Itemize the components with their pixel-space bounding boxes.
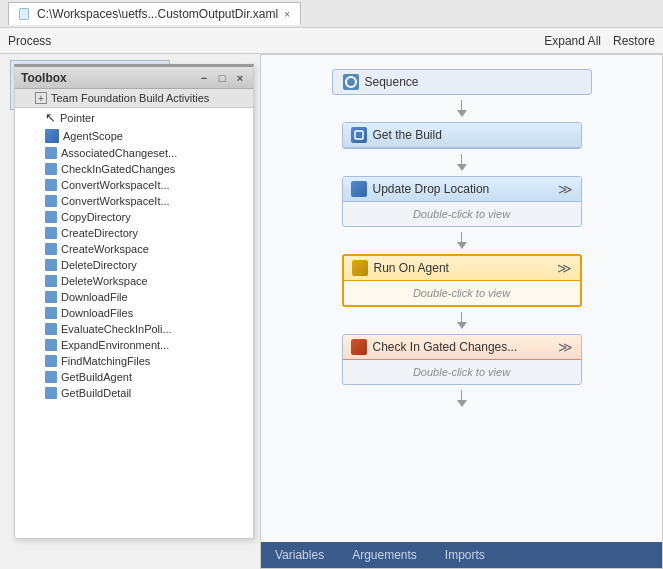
tool-icon [45,371,57,383]
toolbox-item-downloadfiles[interactable]: DownloadFiles [15,305,253,321]
expand-icon[interactable]: ≫ [557,260,572,276]
arrow-line [461,390,462,400]
tool-icon [45,275,57,287]
expand-icon[interactable]: ≫ [558,339,573,355]
tool-icon [45,227,57,239]
tab-arguments[interactable]: Arguements [348,546,421,564]
toolbox-item-label: AgentScope [63,130,123,142]
activity-label: Get the Build [373,128,442,142]
arrow-3 [457,232,467,249]
arrow-head [457,400,467,407]
arrow-2 [457,154,467,171]
activity-body: Double-click to view [343,202,581,226]
tool-icon [45,243,57,255]
tool-icon [45,179,57,191]
toolbox-item-label: CreateWorkspace [61,243,149,255]
toolbox-item-expandenvironment[interactable]: ExpandEnvironment... [15,337,253,353]
arrow-head [457,322,467,329]
toolbox-item-agentscope[interactable]: AgentScope [15,127,253,145]
arrow-line [461,100,462,110]
toolbox-item-convertworkspace1[interactable]: ConvertWorkspaceIt... [15,177,253,193]
activity-body: Double-click to view [344,281,580,305]
tab-close-button[interactable]: × [284,9,290,20]
tab-imports[interactable]: Imports [441,546,489,564]
title-bar: C:\Workspaces\uetfs...CustomOutputDir.xa… [0,0,663,28]
toolbox-item-checkingatedchanges[interactable]: CheckInGatedChanges [15,161,253,177]
toolbox-section-header[interactable]: + Team Foundation Build Activities [15,89,253,108]
activity-icon [352,260,368,276]
toolbox-item-label: GetBuildAgent [61,371,132,383]
expand-icon[interactable]: ≫ [558,181,573,197]
doc-icon [19,8,29,20]
tool-icon [45,163,57,175]
toolbox-item-label: CreateDirectory [61,227,138,239]
tool-icon [45,147,57,159]
menu-right: Expand All Restore [544,34,655,48]
activity-run-on-agent[interactable]: Run On Agent ≫ Double-click to view [342,254,582,307]
toolbox-item-associatedchangeset[interactable]: AssociatedChangeset... [15,145,253,161]
toolbox-item-deletedirectory[interactable]: DeleteDirectory [15,257,253,273]
tool-icon [45,259,57,271]
toolbox-item-deleteworkspace[interactable]: DeleteWorkspace [15,273,253,289]
toolbox-item-label: FindMatchingFiles [61,355,150,367]
sequence-label: Sequence [365,75,419,89]
toolbox-item-copydirectory[interactable]: CopyDirectory [15,209,253,225]
workflow-canvas: Sequence Get the Build [260,54,663,569]
tool-icon [45,355,57,367]
menu-bar: Process Expand All Restore [0,28,663,54]
toolbox-item-createworkspace[interactable]: CreateWorkspace [15,241,253,257]
tab-label: C:\Workspaces\uetfs...CustomOutputDir.xa… [37,7,278,21]
activity-get-build[interactable]: Get the Build [342,122,582,149]
activity-update-drop[interactable]: Update Drop Location ≫ Double-click to v… [342,176,582,227]
activity-header: Get the Build [343,123,581,148]
activity-icon [351,127,367,143]
build-icon-svg [354,130,364,140]
toolbox-title: Toolbox [21,71,67,85]
toolbox-item-convertworkspace2[interactable]: ConvertWorkspaceIt... [15,193,253,209]
toolbox-close-icon[interactable]: × [233,72,247,84]
pointer-icon: ↖ [45,110,56,125]
toolbox-list: + Team Foundation Build Activities ↖ Poi… [15,89,253,538]
toolbox-float-icon[interactable]: □ [215,72,229,84]
toolbox-item-label: DeleteWorkspace [61,275,148,287]
arrow-5 [457,390,467,407]
toolbox-item-getbuilddetail[interactable]: GetBuildDetail [15,385,253,401]
tool-icon [45,195,57,207]
sequence-icon [343,74,359,90]
menu-process[interactable]: Process [8,34,51,48]
toolbox-item-getbuildagent[interactable]: GetBuildAgent [15,369,253,385]
toolbox-item-label: ConvertWorkspaceIt... [61,195,170,207]
activity-checkin-gated[interactable]: Check In Gated Changes... ≫ Double-click… [342,334,582,385]
arrow-line [461,232,462,242]
toolbox-header: Toolbox − □ × [15,67,253,89]
toolbox-item-downloadfile[interactable]: DownloadFile [15,289,253,305]
toolbox-item-label: CheckInGatedChanges [61,163,175,175]
toolbox-pin-icon[interactable]: − [197,72,211,84]
tool-icon [45,387,57,399]
menu-restore[interactable]: Restore [613,34,655,48]
toolbox-item-pointer[interactable]: ↖ Pointer [15,108,253,127]
sequence-container: Sequence Get the Build [261,55,662,542]
activity-label: Check In Gated Changes... [373,340,518,354]
svg-rect-0 [355,131,363,139]
activity-icon [351,181,367,197]
section-expand-icon[interactable]: + [35,92,47,104]
tool-icon [45,211,57,223]
tab-variables[interactable]: Variables [271,546,328,564]
arrow-line [461,312,462,322]
tool-icon [45,323,57,335]
toolbox-item-createdirectory[interactable]: CreateDirectory [15,225,253,241]
arrow-line [461,154,462,164]
activity-label: Run On Agent [374,261,449,275]
toolbox-item-label: DeleteDirectory [61,259,137,271]
tool-icon [45,129,59,143]
menu-expand-all[interactable]: Expand All [544,34,601,48]
file-tab[interactable]: C:\Workspaces\uetfs...CustomOutputDir.xa… [8,2,301,25]
toolbox-item-evaluatecheckin[interactable]: EvaluateCheckInPoli... [15,321,253,337]
tool-icon [45,291,57,303]
activity-icon [351,339,367,355]
main-area: Toolbox − □ × + Team Foundation Build Ac… [0,54,663,569]
toolbox-item-findmatchingfiles[interactable]: FindMatchingFiles [15,353,253,369]
toolbox-item-label: DownloadFiles [61,307,133,319]
toolbox-item-label: Pointer [60,112,95,124]
